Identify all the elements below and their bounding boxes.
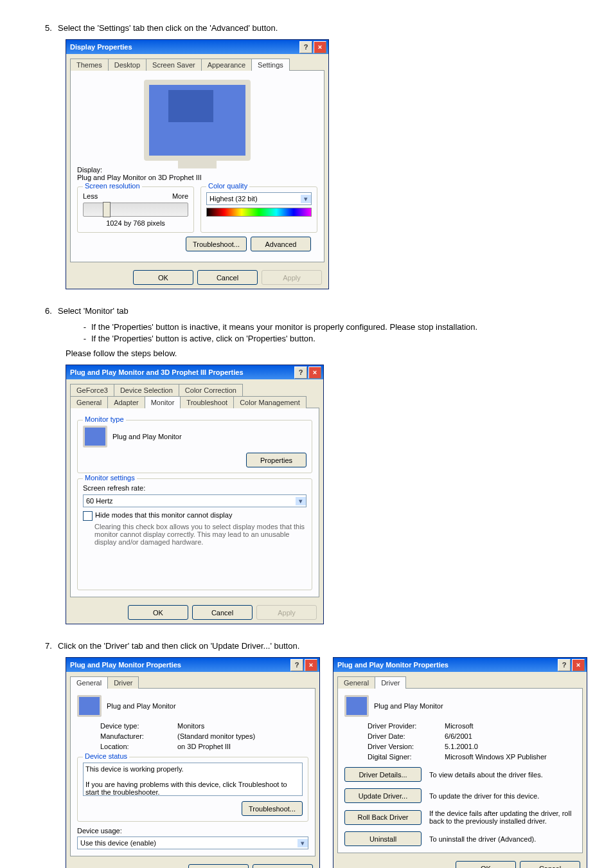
digital-signer-value: Microsoft Windows XP Publisher xyxy=(445,753,576,761)
ok-button[interactable]: OK xyxy=(128,605,188,620)
driver-date-label: Driver Date: xyxy=(368,732,438,740)
device-usage-label: Device usage: xyxy=(77,827,308,835)
rollback-driver-button[interactable]: Roll Back Driver xyxy=(344,810,422,825)
step-6a: -If the 'Properties' button is inactive,… xyxy=(78,322,587,332)
titlebar[interactable]: Display Properties ? × xyxy=(66,40,328,54)
tab-appearance[interactable]: Appearance xyxy=(201,59,252,71)
less-label: Less xyxy=(83,192,98,200)
step-5: 5.Select the 'Settings' tab then click o… xyxy=(45,23,587,33)
help-icon[interactable]: ? xyxy=(558,659,571,671)
apply-button: Apply xyxy=(262,270,322,285)
color-quality-label: Color quality xyxy=(206,182,249,190)
tab-adapter[interactable]: Adapter xyxy=(107,396,145,408)
monitor-name: Plug and Play Monitor xyxy=(112,433,182,440)
chevron-down-icon: ▾ xyxy=(298,839,308,847)
tab-monitor[interactable]: Monitor xyxy=(145,396,181,408)
tab-screensaver[interactable]: Screen Saver xyxy=(146,59,202,71)
titlebar[interactable]: Plug and Play Monitor Properties ? × xyxy=(333,658,587,672)
uninstall-desc: To uninstall the driver (Advanced). xyxy=(429,835,576,843)
monitor-preview xyxy=(144,80,251,161)
monitor-settings-label: Monitor settings xyxy=(83,474,137,482)
tab-settings[interactable]: Settings xyxy=(251,59,290,71)
tab-general[interactable]: General xyxy=(70,396,108,408)
close-icon[interactable]: × xyxy=(572,659,585,671)
titlebar[interactable]: Plug and Play Monitor Properties ? × xyxy=(66,658,319,672)
monitor-type-label: Monitor type xyxy=(83,415,126,423)
title-text: Plug and Play Monitor Properties xyxy=(70,661,181,669)
close-icon[interactable]: × xyxy=(314,41,326,53)
device-type-label: Device type: xyxy=(100,722,171,730)
digital-signer-label: Digital Signer: xyxy=(368,753,438,761)
monitor-name: Plug and Play Monitor xyxy=(107,702,176,710)
tab-general[interactable]: General xyxy=(70,676,108,689)
cancel-button[interactable]: Cancel xyxy=(520,861,580,868)
manufacturer-value: (Standard monitor types) xyxy=(177,732,308,740)
cancel-button[interactable]: Cancel xyxy=(192,605,253,620)
step-6c: Please follow the steps below. xyxy=(66,348,587,358)
rollback-driver-desc: If the device fails after updating the d… xyxy=(429,809,576,825)
ok-button[interactable]: OK xyxy=(133,270,193,285)
driver-provider-value: Microsoft xyxy=(445,722,576,730)
driver-version-value: 5.1.2001.0 xyxy=(445,743,576,750)
monitor-name: Plug and Play Monitor xyxy=(374,702,443,710)
tab-troubleshoot[interactable]: Troubleshoot xyxy=(180,396,234,408)
uninstall-button[interactable]: Uninstall xyxy=(344,831,422,846)
device-type-value: Monitors xyxy=(177,722,308,730)
tab-strip: Themes Desktop Screen Saver Appearance S… xyxy=(70,58,324,70)
cancel-button[interactable]: Cancel xyxy=(197,270,258,285)
titlebar[interactable]: Plug and Play Monitor and 3D Prophet III… xyxy=(66,365,323,379)
update-driver-button[interactable]: Update Driver... xyxy=(344,788,422,803)
dialog-monitor-properties: Plug and Play Monitor and 3D Prophet III… xyxy=(66,365,324,624)
close-icon[interactable]: × xyxy=(305,659,317,671)
location-value: on 3D Prophet III xyxy=(177,743,308,750)
help-icon[interactable]: ? xyxy=(294,366,307,379)
tab-general[interactable]: General xyxy=(337,676,375,689)
tab-driver[interactable]: Driver xyxy=(107,676,139,689)
tab-color-management[interactable]: Color Management xyxy=(233,396,306,408)
color-bar xyxy=(206,208,312,217)
driver-version-label: Driver Version: xyxy=(368,743,438,750)
advanced-button[interactable]: Advanced xyxy=(251,237,311,251)
dialog-pnp-driver: Plug and Play Monitor Properties ? × Gen… xyxy=(333,657,587,868)
display-name: Plug and Play Monitor on 3D Prophet III xyxy=(77,174,317,181)
tab-driver[interactable]: Driver xyxy=(375,676,406,689)
driver-details-button[interactable]: Driver Details... xyxy=(344,767,422,782)
title-text: Display Properties xyxy=(70,43,132,51)
hide-modes-label: Hide modes that this monitor cannot disp… xyxy=(95,511,232,519)
driver-provider-label: Driver Provider: xyxy=(368,722,438,730)
hide-modes-desc: Clearing this check box allows you to se… xyxy=(94,523,306,546)
help-icon[interactable]: ? xyxy=(299,41,312,53)
chevron-down-icon: ▾ xyxy=(301,195,311,203)
chevron-down-icon: ▾ xyxy=(296,497,306,505)
ok-button[interactable]: OK xyxy=(188,864,249,868)
help-icon[interactable]: ? xyxy=(290,659,303,671)
monitor-icon xyxy=(83,426,107,448)
refresh-rate-label: Screen refresh rate: xyxy=(83,484,306,492)
driver-date-value: 6/6/2001 xyxy=(445,732,576,740)
properties-button[interactable]: Properties xyxy=(246,453,306,467)
tab-geforce3[interactable]: GeForce3 xyxy=(70,384,114,396)
dialog-pnp-general: Plug and Play Monitor Properties ? × Gen… xyxy=(66,657,320,868)
update-driver-desc: To update the driver for this device. xyxy=(429,792,576,800)
device-usage-select[interactable]: Use this device (enable)▾ xyxy=(77,836,308,849)
tab-themes[interactable]: Themes xyxy=(70,59,109,71)
resolution-slider[interactable] xyxy=(83,203,188,217)
color-quality-select[interactable]: Highest (32 bit)▾ xyxy=(206,192,312,205)
tab-desktop[interactable]: Desktop xyxy=(108,59,147,71)
hide-modes-checkbox[interactable]: Hide modes that this monitor cannot disp… xyxy=(83,511,306,521)
troubleshoot-button[interactable]: Troubleshoot... xyxy=(242,801,303,816)
refresh-rate-select[interactable]: 60 Hertz▾ xyxy=(83,494,306,507)
manufacturer-label: Manufacturer: xyxy=(100,732,171,740)
monitor-icon xyxy=(77,695,102,717)
device-status-text[interactable]: This device is working properly. If you … xyxy=(83,763,303,796)
tab-color-correction[interactable]: Color Correction xyxy=(179,384,243,396)
dialog-display-properties: Display Properties ? × Themes Desktop Sc… xyxy=(66,39,329,289)
ok-button[interactable]: OK xyxy=(456,861,516,868)
troubleshoot-button[interactable]: Troubleshoot... xyxy=(186,237,247,251)
cancel-button[interactable]: Cancel xyxy=(253,864,313,868)
close-icon[interactable]: × xyxy=(308,366,321,379)
title-text: Plug and Play Monitor Properties xyxy=(337,661,449,669)
resolution-value: 1024 by 768 pixels xyxy=(83,219,188,227)
screen-resolution-label: Screen resolution xyxy=(83,182,142,190)
tab-device-selection[interactable]: Device Selection xyxy=(114,384,179,396)
